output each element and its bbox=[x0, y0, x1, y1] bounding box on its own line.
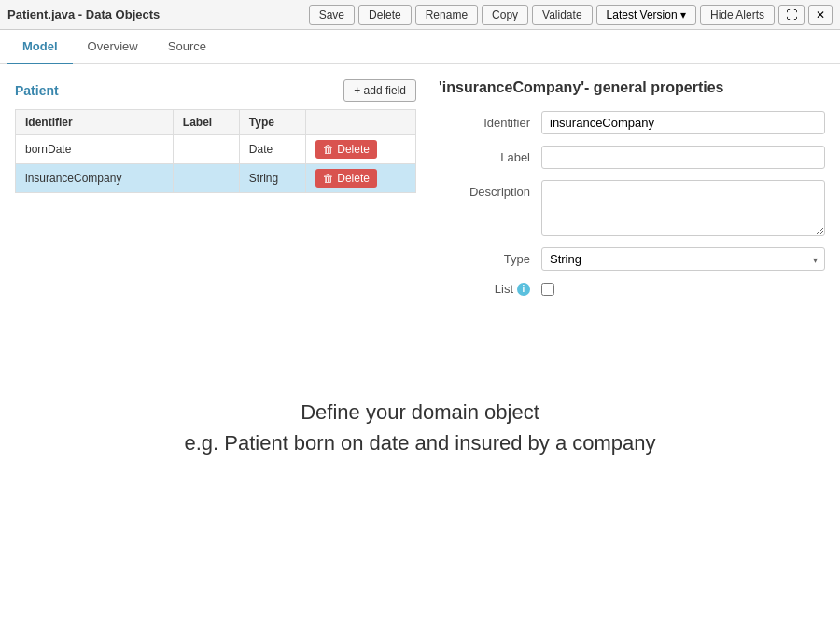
window-title: Patient.java - Data Objects bbox=[7, 7, 160, 21]
list-label: List i bbox=[439, 282, 541, 296]
type-row: Type String Integer Boolean Date Double … bbox=[439, 247, 825, 271]
tab-model[interactable]: Model bbox=[7, 30, 73, 64]
info-icon: i bbox=[517, 283, 530, 296]
fields-table: Identifier Label Type bornDate Date 🗑 De… bbox=[15, 109, 416, 193]
properties-title: 'insuranceCompany'- general properties bbox=[439, 79, 825, 96]
hint-line2: e.g. Patient born on date and insured by… bbox=[19, 427, 821, 458]
trash-icon: 🗑 bbox=[323, 172, 334, 185]
col-header-actions bbox=[305, 110, 415, 135]
field-actions: 🗑 Delete bbox=[305, 135, 415, 164]
validate-button[interactable]: Validate bbox=[532, 5, 592, 25]
list-checkbox[interactable] bbox=[541, 283, 554, 296]
patient-title: Patient bbox=[15, 83, 59, 98]
close-icon[interactable]: ✕ bbox=[808, 5, 833, 25]
hide-alerts-button[interactable]: Hide Alerts bbox=[700, 5, 775, 25]
type-label: Type bbox=[439, 247, 541, 266]
tab-bar: Model Overview Source bbox=[0, 30, 840, 64]
field-type: String bbox=[239, 164, 305, 193]
label-input[interactable] bbox=[541, 146, 825, 169]
table-row[interactable]: insuranceCompany String 🗑 Delete bbox=[16, 164, 416, 193]
field-identifier: insuranceCompany bbox=[16, 164, 174, 193]
field-label bbox=[173, 135, 239, 164]
type-select[interactable]: String Integer Boolean Date Double Long bbox=[541, 247, 825, 271]
title-bar: Patient.java - Data Objects Save Delete … bbox=[0, 0, 840, 30]
delete-borndate-button[interactable]: 🗑 Delete bbox=[315, 140, 377, 159]
identifier-row: Identifier bbox=[439, 111, 825, 134]
col-header-type: Type bbox=[239, 110, 305, 135]
list-row: List i bbox=[439, 282, 825, 296]
identifier-label: Identifier bbox=[439, 111, 541, 130]
tab-source[interactable]: Source bbox=[153, 30, 221, 64]
field-identifier: bornDate bbox=[16, 135, 174, 164]
label-row: Label bbox=[439, 146, 825, 169]
field-type: Date bbox=[239, 135, 305, 164]
col-header-identifier: Identifier bbox=[16, 110, 174, 135]
expand-icon[interactable]: ⛶ bbox=[778, 5, 805, 25]
toolbar-actions: Save Delete Rename Copy Validate Latest … bbox=[309, 5, 833, 25]
right-panel: 'insuranceCompany'- general properties I… bbox=[439, 79, 825, 307]
left-panel: Patient + add field Identifier Label Typ… bbox=[15, 79, 416, 307]
description-row: Description bbox=[439, 180, 825, 236]
tab-overview[interactable]: Overview bbox=[73, 30, 153, 64]
main-content: Patient + add field Identifier Label Typ… bbox=[0, 64, 840, 322]
rename-button[interactable]: Rename bbox=[415, 5, 478, 25]
add-field-button[interactable]: + add field bbox=[343, 79, 416, 102]
chevron-down-icon: ▾ bbox=[680, 8, 686, 21]
delete-button[interactable]: Delete bbox=[358, 5, 412, 25]
identifier-input[interactable] bbox=[541, 111, 825, 134]
type-select-wrapper: String Integer Boolean Date Double Long … bbox=[541, 247, 825, 271]
field-label bbox=[173, 164, 239, 193]
delete-insurancecompany-button[interactable]: 🗑 Delete bbox=[315, 169, 377, 188]
hint-line1: Define your domain object bbox=[19, 397, 821, 427]
table-row[interactable]: bornDate Date 🗑 Delete bbox=[16, 135, 416, 164]
description-input[interactable] bbox=[541, 180, 825, 236]
latest-version-button[interactable]: Latest Version ▾ bbox=[596, 5, 696, 25]
description-label: Description bbox=[439, 180, 541, 199]
label-label: Label bbox=[439, 146, 541, 164]
field-actions: 🗑 Delete bbox=[305, 164, 415, 193]
bottom-hint: Define your domain object e.g. Patient b… bbox=[0, 378, 840, 477]
patient-header: Patient + add field bbox=[15, 79, 416, 102]
save-button[interactable]: Save bbox=[309, 5, 355, 25]
trash-icon: 🗑 bbox=[323, 143, 334, 156]
copy-button[interactable]: Copy bbox=[482, 5, 528, 25]
col-header-label: Label bbox=[173, 110, 239, 135]
